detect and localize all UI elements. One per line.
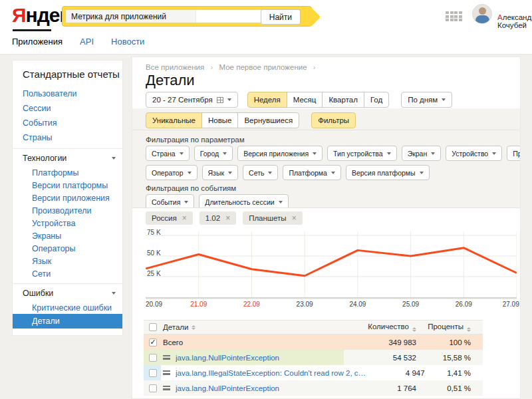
row-checkbox[interactable] [149, 354, 157, 362]
row-checkbox[interactable] [149, 384, 157, 392]
date-range-button[interactable]: 20 - 27 Сентября [146, 92, 238, 108]
table-row[interactable]: java.lang.NullPointerException1 7640,51 … [144, 380, 483, 396]
sidebar-sublink[interactable]: Критические ошибки [13, 301, 122, 314]
sidebar-sublink[interactable]: Сети [13, 267, 122, 280]
chevron-down-icon [331, 172, 335, 174]
search-button[interactable]: Найти [261, 9, 301, 25]
chevron-down-icon [420, 172, 424, 174]
filter-dropdown[interactable]: События [146, 194, 194, 208]
nav-news[interactable]: Новости [111, 37, 144, 47]
filter-dropdown[interactable]: Язык [202, 165, 239, 180]
breadcrumb: Все приложения › Мое первое приложение › [146, 63, 320, 71]
sidebar-sublink[interactable]: Детали [13, 314, 122, 329]
breadcrumb-all-apps[interactable]: Все приложения [146, 63, 204, 71]
sidebar-sublink[interactable]: Производители [13, 204, 122, 217]
table-row[interactable]: java.lang.NullPointerException1 4470,41 … [144, 396, 483, 399]
nav-api[interactable]: API [80, 37, 94, 47]
exception-link[interactable]: java.lang.IllegalStateException: Couldn'… [176, 369, 368, 377]
period-tab[interactable]: Месяц [287, 92, 323, 108]
filter-dropdown[interactable]: Версия приложения [237, 146, 323, 161]
search-bar: Найти [62, 6, 312, 27]
column-count[interactable]: Количество [350, 323, 416, 332]
filters-toggle-button[interactable]: Фильтры [311, 112, 356, 128]
param-filter-row-1: СтранаГородВерсия приложенияТип устройст… [146, 146, 521, 161]
logo-underline [13, 29, 51, 31]
breadcrumb-app[interactable]: Мое первое приложение [219, 63, 307, 71]
row-checkbox[interactable]: ✓ [149, 338, 157, 346]
sidebar-group-technologies-header[interactable]: Технологии [13, 150, 122, 166]
filter-dropdown[interactable]: Версия платформы [346, 165, 430, 180]
sidebar-sublink[interactable]: Версии приложения [13, 192, 122, 204]
granularity-dropdown[interactable]: По дням [401, 92, 452, 108]
sidebar-link[interactable]: Сессии [13, 101, 122, 116]
table-row[interactable]: java.lang.IllegalStateException: Couldn'… [144, 365, 483, 380]
chevron-down-icon [442, 98, 446, 101]
x-axis-tick: 27.09 [503, 301, 519, 308]
chevron-down-icon [268, 172, 272, 174]
table-row[interactable]: java.lang.NullPointerException54 53215,5… [144, 350, 483, 365]
page-title: Детали [146, 72, 195, 89]
list-icon [163, 355, 170, 360]
period-tab[interactable]: Квартал [322, 92, 364, 108]
period-controls: 20 - 27 Сентября НеделяМесяцКварталГод П… [146, 92, 452, 108]
chevron-down-icon [387, 152, 391, 155]
filter-dropdown[interactable]: Устройство [446, 146, 502, 161]
sidebar-sublink[interactable]: Экраны [13, 229, 122, 242]
filter-dropdown[interactable]: Производитель [507, 146, 521, 161]
user-name[interactable]: Александр Кочубей [497, 13, 532, 29]
sidebar-sublink[interactable]: Операторы [13, 242, 122, 255]
filter-dropdown[interactable]: Экран [402, 146, 442, 161]
row-count: 4 947 [368, 369, 425, 377]
sidebar-link[interactable]: Страны [13, 130, 122, 145]
metric-tab[interactable]: Уникальные [146, 112, 202, 128]
details-table: Детали Количество Проценты ✓ Всего 349 9… [144, 320, 483, 399]
exception-link[interactable]: java.lang.NullPointerException [176, 384, 279, 392]
chevron-down-icon [228, 172, 232, 174]
filter-events-label: Фильтрация по событиям [146, 184, 236, 192]
sidebar-sublink[interactable]: Версии платформы [13, 179, 122, 192]
search-bar-arrow [301, 7, 321, 27]
chip-remove-icon[interactable]: × [292, 213, 297, 223]
filter-dropdown[interactable]: Тип устройства [327, 146, 397, 161]
sessions-chart: 75 K 50 K 25 K 20.0921.0922.0923.0924.09… [146, 229, 517, 310]
filter-dropdown[interactable]: Длительность сессии [199, 194, 288, 208]
filter-dropdown[interactable]: Оператор [146, 165, 198, 180]
chevron-down-icon [313, 152, 317, 155]
row-name-cell: java.lang.IllegalStateException: Couldn'… [144, 369, 368, 377]
services-grid-icon[interactable] [446, 11, 462, 21]
chip-remove-icon[interactable]: × [225, 213, 230, 223]
breadcrumb-separator: › [313, 63, 316, 71]
exception-link[interactable]: java.lang.NullPointerException [176, 354, 279, 362]
period-tab[interactable]: Год [364, 92, 389, 108]
chip-remove-icon[interactable]: × [182, 213, 187, 223]
sidebar-sublink[interactable]: Платформы [13, 166, 122, 179]
sidebar-link[interactable]: События [13, 116, 122, 130]
row-checkbox[interactable] [149, 369, 157, 377]
sort-icon[interactable] [467, 327, 471, 332]
metric-tab[interactable]: Новые [201, 112, 238, 128]
period-tab[interactable]: Неделя [247, 92, 287, 108]
nav-apps[interactable]: Приложения [12, 37, 63, 47]
filter-dropdown[interactable]: Платформа [283, 165, 340, 180]
column-percent[interactable]: Проценты [416, 323, 483, 332]
filter-dropdown[interactable]: Страна [146, 146, 190, 161]
sort-icon[interactable] [192, 325, 196, 330]
column-details[interactable]: Детали [163, 323, 188, 331]
search-input[interactable] [66, 10, 196, 23]
sidebar-group-errors-header[interactable]: Ошибки [13, 285, 122, 301]
group-label: Технологии [23, 154, 66, 163]
table-row-total[interactable]: ✓ Всего 349 983 100 % [144, 334, 483, 350]
top-nav: Приложения API Новости [12, 37, 144, 47]
x-axis-tick: 22.09 [243, 301, 260, 308]
metric-tab[interactable]: Вернувшиеся [237, 112, 299, 128]
sidebar-sublink[interactable]: Язык [13, 255, 122, 267]
row-percent: 15,58 % [416, 354, 483, 362]
chip-label: 1.02 [205, 214, 220, 222]
avatar[interactable] [472, 4, 492, 24]
sidebar-link[interactable]: Пользователи [13, 86, 122, 101]
breadcrumb-separator: › [210, 63, 213, 71]
sidebar-sublink[interactable]: Устройства [13, 217, 122, 229]
select-all-checkbox[interactable] [149, 323, 157, 331]
filter-dropdown[interactable]: Город [194, 146, 233, 161]
filter-dropdown[interactable]: Сеть [243, 165, 278, 180]
